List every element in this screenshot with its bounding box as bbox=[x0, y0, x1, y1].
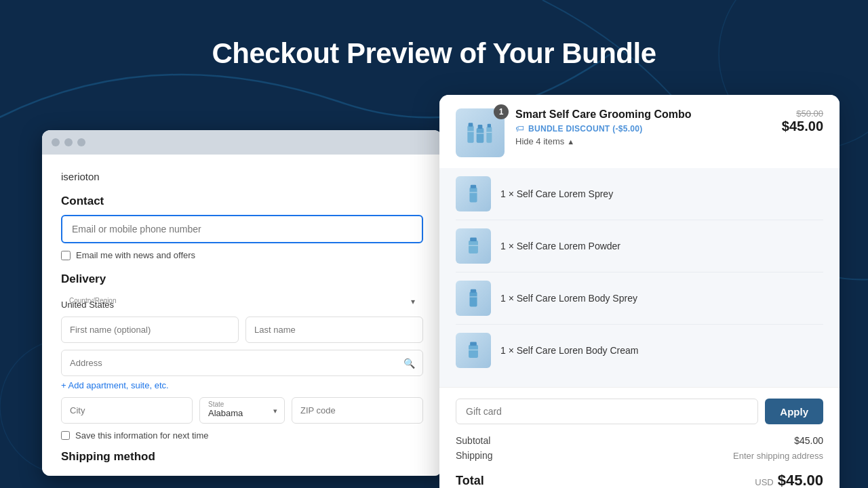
shipping-value: Enter shipping address bbox=[733, 451, 823, 461]
order-panel: 1 Smart S bbox=[439, 95, 840, 488]
country-wrapper[interactable]: Country/Region United States ▾ bbox=[61, 293, 423, 310]
city-state-zip-row: State Alabama ▾ bbox=[61, 397, 423, 424]
bundle-badge: 1 bbox=[494, 104, 509, 119]
svg-rect-6 bbox=[486, 127, 492, 143]
delivery-section: Delivery Country/Region United States ▾ … bbox=[61, 272, 423, 464]
item-image-1 bbox=[456, 176, 491, 211]
zip-input[interactable] bbox=[292, 397, 423, 424]
state-label: State bbox=[208, 401, 264, 408]
browser-dot-red bbox=[52, 138, 60, 146]
original-price: $50.00 bbox=[782, 108, 823, 119]
svg-rect-16 bbox=[469, 245, 478, 246]
country-label: Country/Region bbox=[69, 297, 116, 304]
svg-rect-10 bbox=[486, 132, 492, 133]
newsletter-label: Email me with news and offers bbox=[76, 250, 195, 260]
svg-rect-14 bbox=[469, 241, 478, 253]
item-name-2: 1 × Self Care Lorem Powder bbox=[500, 241, 620, 251]
list-item: 1 × Self Care Loren Body Cream bbox=[456, 325, 823, 376]
svg-rect-8 bbox=[467, 131, 473, 131]
browser-dot-yellow bbox=[64, 138, 73, 146]
list-item: 1 × Self Care Lorem Sprey bbox=[456, 168, 823, 220]
browser-window: iserioton Contact Email me with news and… bbox=[42, 130, 442, 476]
svg-rect-7 bbox=[488, 124, 491, 127]
svg-rect-22 bbox=[469, 350, 478, 350]
add-apartment-link[interactable]: + Add apartment, suite, etc. bbox=[61, 380, 423, 390]
order-footer: Apply Subtotal $45.00 Shipping Enter shi… bbox=[439, 387, 840, 488]
newsletter-row: Email me with news and offers bbox=[61, 250, 423, 260]
save-info-label: Save this information for next time bbox=[75, 430, 209, 441]
item-image-4 bbox=[456, 333, 491, 368]
svg-rect-18 bbox=[471, 289, 476, 293]
hide-items-row[interactable]: Hide 4 items ▲ bbox=[515, 136, 771, 146]
svg-rect-5 bbox=[478, 125, 483, 129]
totals-section: Subtotal $45.00 Shipping Enter shipping … bbox=[456, 435, 823, 488]
svg-rect-9 bbox=[477, 133, 484, 134]
newsletter-checkbox[interactable] bbox=[61, 251, 71, 260]
svg-rect-12 bbox=[471, 185, 476, 188]
svg-rect-15 bbox=[470, 238, 477, 242]
item-name-1: 1 × Self Care Lorem Sprey bbox=[500, 188, 613, 199]
total-amount: $45.00 bbox=[778, 472, 823, 488]
state-value: Alabama bbox=[208, 408, 264, 418]
name-row bbox=[61, 317, 423, 343]
bundle-image-wrapper: 1 bbox=[456, 108, 505, 157]
search-icon: 🔍 bbox=[403, 358, 415, 369]
store-name: iserioton bbox=[61, 171, 423, 182]
hide-items-text: Hide 4 items bbox=[515, 136, 564, 146]
item-name-3: 1 × Self Care Lorem Body Sprey bbox=[500, 293, 637, 304]
total-currency: USD bbox=[755, 477, 773, 487]
svg-rect-11 bbox=[469, 187, 477, 202]
svg-rect-2 bbox=[467, 125, 473, 142]
browser-dot-green bbox=[77, 138, 85, 146]
city-input[interactable] bbox=[61, 397, 193, 424]
svg-rect-17 bbox=[469, 291, 477, 306]
tag-icon: 🏷 bbox=[515, 123, 524, 134]
gift-card-input[interactable] bbox=[456, 399, 758, 424]
bundle-prices: $50.00 $45.00 bbox=[782, 108, 823, 134]
subtotal-value: $45.00 bbox=[794, 435, 823, 446]
save-info-checkbox[interactable] bbox=[61, 431, 70, 440]
shipping-method-label: Shipping method bbox=[61, 450, 423, 464]
bundle-items-list: 1 × Self Care Lorem Sprey 1 × Self Care … bbox=[439, 168, 840, 387]
subtotal-row: Subtotal $45.00 bbox=[456, 435, 823, 446]
contact-section: Contact Email me with news and offers bbox=[61, 195, 423, 260]
browser-titlebar bbox=[42, 130, 442, 155]
item-image-2 bbox=[456, 228, 491, 264]
item-name-4: 1 × Self Care Loren Body Cream bbox=[500, 345, 639, 356]
sale-price: $45.00 bbox=[782, 119, 823, 134]
list-item: 1 × Self Care Lorem Body Sprey bbox=[456, 272, 823, 325]
svg-rect-19 bbox=[469, 296, 477, 297]
svg-rect-3 bbox=[469, 123, 473, 126]
save-info-row: Save this information for next time bbox=[61, 430, 423, 441]
chevron-up-icon: ▲ bbox=[567, 138, 574, 146]
contact-input[interactable] bbox=[61, 215, 423, 243]
address-input[interactable] bbox=[61, 350, 423, 376]
gift-card-row: Apply bbox=[456, 399, 823, 424]
item-image-3 bbox=[456, 281, 491, 316]
bundle-discount-text: BUNDLE DISCOUNT (-$5.00) bbox=[528, 124, 643, 134]
delivery-label: Delivery bbox=[61, 272, 423, 286]
total-value-wrapper: USD $45.00 bbox=[755, 472, 823, 488]
last-name-input[interactable] bbox=[245, 317, 423, 343]
browser-content: iserioton Contact Email me with news and… bbox=[42, 155, 442, 476]
apply-button[interactable]: Apply bbox=[765, 399, 823, 424]
list-item: 1 × Self Care Lorem Powder bbox=[456, 220, 823, 272]
svg-rect-13 bbox=[469, 192, 477, 192]
svg-rect-4 bbox=[477, 128, 484, 143]
bundle-info: Smart Self Care Grooming Combo 🏷 BUNDLE … bbox=[515, 108, 771, 146]
page-title: Checkout Preview of Your Bundle bbox=[0, 37, 868, 70]
country-arrow-icon: ▾ bbox=[411, 297, 415, 306]
subtotal-label: Subtotal bbox=[456, 435, 490, 446]
state-arrow-icon: ▾ bbox=[273, 406, 277, 415]
state-wrapper[interactable]: State Alabama ▾ bbox=[199, 397, 285, 424]
shipping-row: Shipping Enter shipping address bbox=[456, 450, 823, 461]
total-row: Total USD $45.00 bbox=[456, 466, 823, 488]
first-name-input[interactable] bbox=[61, 317, 239, 343]
svg-rect-21 bbox=[470, 342, 477, 346]
contact-label: Contact bbox=[61, 195, 423, 208]
address-wrapper: 🔍 bbox=[61, 350, 423, 376]
shipping-label: Shipping bbox=[456, 450, 493, 461]
svg-rect-20 bbox=[469, 345, 478, 358]
bundle-discount-row: 🏷 BUNDLE DISCOUNT (-$5.00) bbox=[515, 123, 771, 134]
total-label: Total bbox=[456, 474, 484, 488]
